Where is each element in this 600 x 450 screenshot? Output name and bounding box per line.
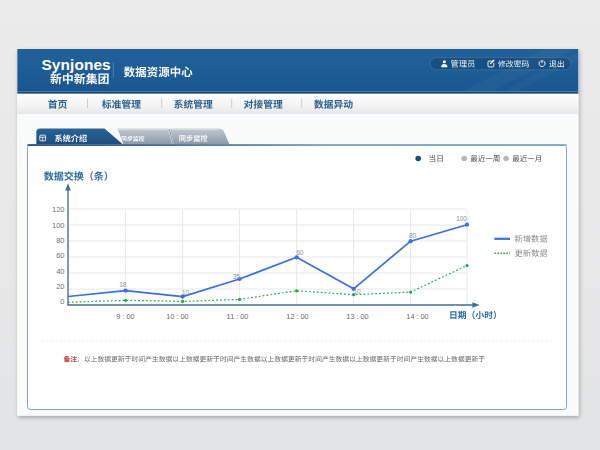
svg-text:40: 40 xyxy=(56,267,64,276)
svg-text:10: 10 xyxy=(353,288,361,295)
svg-text:60: 60 xyxy=(56,251,64,260)
svg-text:9 : 00: 9 : 00 xyxy=(116,312,134,321)
svg-text:18: 18 xyxy=(119,281,127,288)
svg-text:100: 100 xyxy=(456,215,467,222)
svg-text:20: 20 xyxy=(56,282,64,291)
svg-text:11 : 00: 11 : 00 xyxy=(227,312,249,321)
svg-text:Synjones: Synjones xyxy=(42,56,111,73)
svg-text:13 : 00: 13 : 00 xyxy=(346,312,368,321)
svg-text:80: 80 xyxy=(409,232,417,239)
svg-text:10 : 00: 10 : 00 xyxy=(166,312,188,321)
svg-text:100: 100 xyxy=(52,221,65,230)
svg-text:12 : 00: 12 : 00 xyxy=(286,312,308,321)
svg-text:14 : 00: 14 : 00 xyxy=(406,312,428,321)
svg-text:120: 120 xyxy=(52,205,65,214)
svg-text:80: 80 xyxy=(56,236,64,245)
svg-text:0: 0 xyxy=(60,297,64,306)
svg-text:10: 10 xyxy=(182,289,190,296)
svg-text:35: 35 xyxy=(233,273,241,280)
svg-text:60: 60 xyxy=(296,249,304,256)
